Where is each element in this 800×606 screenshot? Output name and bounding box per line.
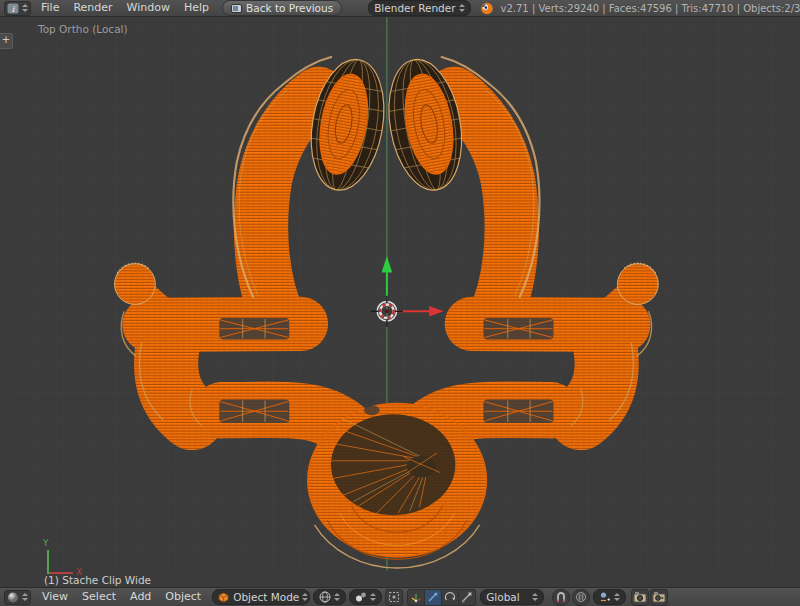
menu-file[interactable]: File [34, 0, 66, 16]
axis-gizmo: Y X [36, 541, 88, 581]
dropdown-arrows-icon [302, 593, 308, 601]
view-name-label: Top Ortho (Local) [38, 23, 128, 35]
viewport-shading-dropdown[interactable] [313, 589, 346, 605]
back-to-previous-label: Back to Previous [246, 2, 333, 14]
editor-type-selector[interactable]: i [4, 1, 31, 16]
manipulate-center-points-toggle[interactable] [385, 589, 403, 606]
menu-window[interactable]: Window [120, 0, 177, 16]
manipulator-toggle[interactable] [407, 589, 425, 606]
snap-toggle-magnet[interactable] [552, 589, 570, 606]
dropdown-arrows-icon [614, 593, 620, 601]
menu-select[interactable]: Select [75, 589, 123, 605]
axis-x-label: X [76, 567, 82, 577]
menu-add[interactable]: Add [123, 589, 158, 605]
scene-stats: v2.71 | Verts:29240 | Faces:47596 | Tris… [501, 3, 800, 14]
axis-x-line [49, 572, 73, 574]
opengl-render-anim-button[interactable] [650, 589, 668, 606]
opengl-render-still-button[interactable] [631, 589, 649, 606]
dropdown-arrows-icon [459, 4, 465, 12]
snap-target-dropdown[interactable] [593, 589, 626, 605]
axis-y-line [47, 550, 49, 574]
axis-y-label: Y [43, 538, 49, 548]
menu-render[interactable]: Render [66, 0, 119, 16]
blender-window: { "top_bar": { "menus": ["File", "Render… [0, 0, 800, 606]
dropdown-arrows-icon [334, 593, 340, 601]
translate-manipulator-toggle[interactable] [425, 589, 442, 606]
menu-object[interactable]: Object [158, 589, 208, 605]
menu-help[interactable]: Help [177, 0, 216, 16]
expand-region-button[interactable]: + [0, 33, 13, 49]
dropdown-arrows-icon [532, 593, 538, 601]
transform-orientation-dropdown[interactable]: Global [480, 589, 544, 605]
info-header: i File Render Window Help Back to Previo… [0, 0, 800, 17]
manipulator-toggle-group [407, 589, 476, 606]
blender-logo-icon [480, 2, 494, 15]
shading-wireframe-icon [319, 591, 331, 603]
object-mode-icon [218, 592, 229, 603]
snap-increment-icon [599, 591, 611, 603]
mode-value: Object Mode [233, 591, 299, 603]
info-editor-icon: i [7, 3, 19, 14]
rotate-manipulator-toggle[interactable] [442, 589, 459, 606]
back-to-previous-button[interactable]: Back to Previous [222, 0, 342, 16]
screen-back-icon [231, 4, 242, 13]
mode-dropdown[interactable]: Object Mode [212, 589, 310, 605]
selector-arrows-icon [22, 4, 28, 12]
orientation-value: Global [486, 591, 529, 603]
viewport-header: View Select Add Object Object Mode [0, 587, 800, 606]
dropdown-arrows-icon [370, 593, 376, 601]
selector-arrows-icon [22, 593, 28, 601]
editor-type-selector-3dview[interactable] [4, 590, 31, 605]
render-engine-value: Blender Render [374, 2, 455, 14]
3d-viewport[interactable]: Top Ortho (Local) (1) Stache Clip Wide +… [0, 17, 800, 587]
snap-element-button[interactable] [572, 589, 590, 606]
pivot-median-icon [355, 591, 367, 603]
3d-view-editor-icon [7, 592, 19, 603]
viewport-canvas [0, 17, 800, 587]
scale-manipulator-toggle[interactable] [459, 589, 476, 606]
render-engine-dropdown[interactable]: Blender Render [368, 0, 470, 16]
menu-view[interactable]: View [35, 589, 75, 605]
pivot-point-dropdown[interactable] [349, 589, 382, 605]
